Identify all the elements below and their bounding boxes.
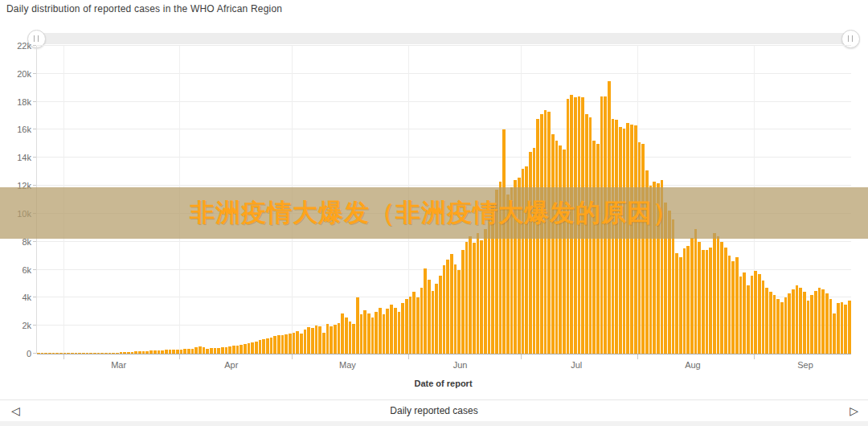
bar[interactable]: [360, 314, 363, 354]
bar[interactable]: [259, 340, 262, 354]
range-slider-track[interactable]: [36, 33, 850, 44]
bar[interactable]: [641, 144, 645, 354]
bar[interactable]: [300, 334, 303, 354]
bar[interactable]: [345, 317, 348, 354]
bar[interactable]: [424, 268, 427, 354]
bar[interactable]: [457, 270, 461, 354]
bar[interactable]: [289, 334, 292, 354]
bar[interactable]: [784, 297, 788, 354]
bar[interactable]: [555, 141, 559, 354]
bar[interactable]: [739, 276, 743, 354]
bar[interactable]: [837, 303, 840, 354]
bar[interactable]: [694, 229, 698, 354]
bar[interactable]: [428, 280, 431, 354]
bar[interactable]: [473, 243, 476, 354]
bar[interactable]: [724, 248, 727, 354]
bar[interactable]: [735, 257, 739, 354]
bar[interactable]: [435, 284, 438, 354]
bar[interactable]: [488, 219, 491, 354]
bar[interactable]: [818, 288, 821, 354]
bar[interactable]: [318, 326, 321, 354]
bar[interactable]: [217, 348, 220, 354]
bar[interactable]: [446, 260, 449, 354]
bar[interactable]: [743, 272, 746, 354]
bar[interactable]: [194, 347, 198, 354]
bar[interactable]: [672, 219, 675, 354]
bar[interactable]: [731, 261, 735, 354]
bar[interactable]: [293, 333, 296, 354]
bar[interactable]: [322, 333, 326, 354]
bar[interactable]: [769, 292, 772, 354]
bar[interactable]: [285, 334, 288, 354]
bar[interactable]: [690, 238, 694, 354]
bar[interactable]: [754, 271, 757, 354]
bar[interactable]: [450, 254, 453, 354]
bar[interactable]: [356, 297, 359, 354]
bar[interactable]: [210, 348, 213, 354]
bar[interactable]: [203, 347, 206, 354]
bar[interactable]: [439, 276, 442, 354]
bar[interactable]: [338, 323, 341, 354]
bar[interactable]: [304, 330, 307, 354]
bar[interactable]: [803, 292, 806, 354]
bar[interactable]: [221, 347, 224, 354]
bar[interactable]: [371, 317, 375, 354]
bar[interactable]: [330, 326, 333, 354]
bar[interactable]: [529, 152, 532, 354]
bar[interactable]: [596, 144, 600, 354]
bar[interactable]: [232, 346, 235, 354]
bar[interactable]: [277, 335, 280, 354]
bar[interactable]: [814, 291, 817, 354]
bar[interactable]: [255, 342, 258, 354]
bar[interactable]: [315, 326, 318, 354]
bar[interactable]: [214, 348, 217, 354]
bar[interactable]: [477, 233, 480, 354]
bar[interactable]: [383, 314, 386, 354]
bar[interactable]: [619, 127, 622, 354]
bar[interactable]: [416, 297, 420, 354]
bar[interactable]: [375, 312, 378, 354]
bar[interactable]: [630, 125, 633, 354]
bar[interactable]: [465, 242, 469, 354]
bar[interactable]: [273, 336, 276, 354]
bar[interactable]: [829, 299, 833, 354]
bar[interactable]: [480, 240, 483, 354]
bar[interactable]: [780, 302, 784, 354]
bar[interactable]: [698, 242, 701, 354]
bar[interactable]: [796, 285, 799, 354]
bar[interactable]: [844, 305, 847, 354]
bar[interactable]: [398, 312, 401, 354]
bar[interactable]: [810, 295, 813, 354]
bar[interactable]: [713, 233, 716, 354]
bar[interactable]: [762, 281, 765, 354]
bar[interactable]: [533, 148, 536, 354]
next-series-arrow-icon[interactable]: ▷: [850, 403, 858, 418]
bar[interactable]: [262, 339, 265, 354]
bar[interactable]: [717, 236, 720, 354]
bar[interactable]: [341, 313, 344, 354]
bar[interactable]: [461, 250, 465, 354]
bar[interactable]: [379, 308, 382, 354]
bar[interactable]: [758, 274, 761, 354]
bar[interactable]: [432, 291, 435, 354]
bar[interactable]: [296, 331, 299, 354]
bar[interactable]: [248, 343, 251, 354]
bar[interactable]: [228, 346, 231, 354]
bar[interactable]: [623, 129, 626, 354]
bar[interactable]: [709, 248, 712, 354]
bar[interactable]: [484, 229, 487, 354]
bar[interactable]: [386, 309, 389, 354]
bar[interactable]: [706, 250, 709, 354]
bar[interactable]: [469, 236, 472, 354]
bar[interactable]: [728, 256, 731, 354]
bar[interactable]: [848, 301, 851, 354]
bar[interactable]: [199, 346, 202, 354]
bar[interactable]: [825, 293, 829, 354]
bar[interactable]: [702, 250, 705, 354]
bar[interactable]: [225, 347, 228, 354]
bar[interactable]: [679, 257, 682, 354]
bar[interactable]: [821, 289, 825, 354]
bar[interactable]: [807, 301, 810, 354]
bar[interactable]: [559, 145, 562, 354]
bar[interactable]: [799, 288, 802, 354]
